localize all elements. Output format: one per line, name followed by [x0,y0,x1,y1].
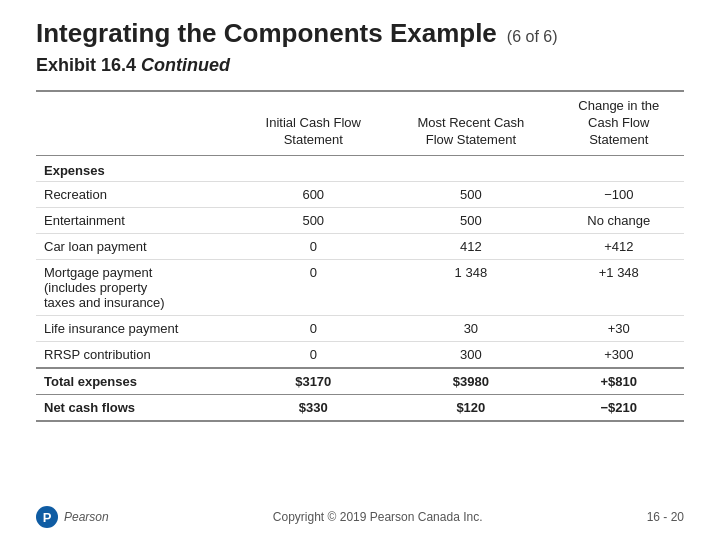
col-header-initial: Initial Cash FlowStatement [238,91,388,155]
page-number: 16 - 20 [647,510,684,524]
page: Integrating the Components Example (6 of… [0,0,720,540]
total-col1: $3170 [238,368,388,395]
subtitle: Exhibit 16.4 Continued [36,55,684,76]
title-text: Integrating the Components Example [36,18,497,49]
row-col2: 412 [388,233,553,259]
net-label: Net cash flows [36,394,238,421]
main-title: Integrating the Components Example (6 of… [36,18,684,49]
table-row: Entertainment500500No change [36,207,684,233]
footer: P Pearson Copyright © 2019 Pearson Canad… [36,500,684,528]
section-expenses: Expenses [36,155,684,181]
row-label: Recreation [36,181,238,207]
row-col2: 500 [388,181,553,207]
row-col3: +300 [554,341,684,368]
row-col1: 0 [238,341,388,368]
exhibit-label: Exhibit 16.4 [36,55,136,75]
col-header-change: Change in theCash FlowStatement [554,91,684,155]
row-col1: 600 [238,181,388,207]
net-col3: −$210 [554,394,684,421]
row-col1: 0 [238,315,388,341]
table-row: Recreation600500−100 [36,181,684,207]
total-label: Total expenses [36,368,238,395]
net-col2: $120 [388,394,553,421]
row-col1: 500 [238,207,388,233]
row-label: RRSP contribution [36,341,238,368]
row-label: Life insurance payment [36,315,238,341]
row-label: Mortgage payment(includes propertytaxes … [36,259,238,315]
row-label: Car loan payment [36,233,238,259]
pearson-text: Pearson [64,510,109,524]
row-col3: −100 [554,181,684,207]
total-col2: $3980 [388,368,553,395]
row-col2: 300 [388,341,553,368]
row-col3: +412 [554,233,684,259]
pearson-circle-icon: P [36,506,58,528]
copyright-text: Copyright © 2019 Pearson Canada Inc. [273,510,483,524]
row-label: Entertainment [36,207,238,233]
table-row: Life insurance payment030+30 [36,315,684,341]
pearson-logo: P Pearson [36,506,109,528]
net-cash-flows-row: Net cash flows$330$120−$210 [36,394,684,421]
row-col3: +1 348 [554,259,684,315]
row-col1: 0 [238,233,388,259]
row-col2: 1 348 [388,259,553,315]
total-col3: +$810 [554,368,684,395]
cash-flow-table: Initial Cash FlowStatement Most Recent C… [36,90,684,422]
expenses-label: Expenses [36,155,684,181]
col-header-label [36,91,238,155]
total-expenses-row: Total expenses$3170$3980+$810 [36,368,684,395]
col-header-recent: Most Recent CashFlow Statement [388,91,553,155]
continued-label: Continued [141,55,230,75]
row-col3: +30 [554,315,684,341]
table-row: Mortgage payment(includes propertytaxes … [36,259,684,315]
table-row: Car loan payment0412+412 [36,233,684,259]
row-col2: 30 [388,315,553,341]
row-col2: 500 [388,207,553,233]
row-col3: No change [554,207,684,233]
net-col1: $330 [238,394,388,421]
table-row: RRSP contribution0300+300 [36,341,684,368]
row-col1: 0 [238,259,388,315]
title-suffix: (6 of 6) [507,28,558,46]
